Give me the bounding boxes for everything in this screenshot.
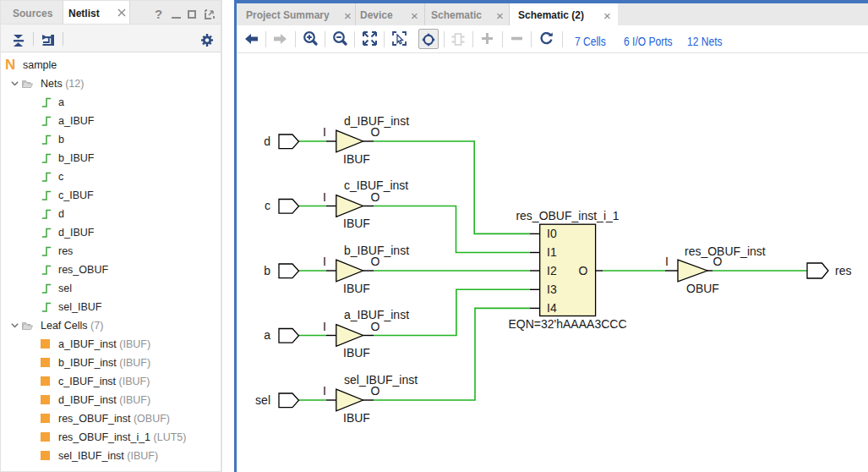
svg-text:I1: I1 <box>547 245 557 259</box>
svg-text:IBUF: IBUF <box>343 217 370 230</box>
svg-text:I: I <box>323 125 326 139</box>
svg-text:IBUF: IBUF <box>343 152 370 166</box>
svg-text:OBUF: OBUF <box>686 282 719 295</box>
svg-text:I0: I0 <box>547 227 557 240</box>
svg-text:sel_IBUF_inst: sel_IBUF_inst <box>344 373 418 387</box>
svg-text:b: b <box>264 264 270 277</box>
svg-text:EQN=32'hAAAA3CCC: EQN=32'hAAAA3CCC <box>508 317 626 331</box>
svg-text:I: I <box>665 255 669 268</box>
svg-text:I: I <box>323 255 326 268</box>
svg-text:IBUF: IBUF <box>343 282 370 295</box>
svg-text:a: a <box>264 328 270 342</box>
svg-text:O: O <box>579 264 588 277</box>
svg-text:IBUF: IBUF <box>343 346 370 359</box>
svg-text:I: I <box>323 320 326 333</box>
svg-text:sel: sel <box>255 393 270 407</box>
svg-text:O: O <box>371 125 380 139</box>
svg-text:c: c <box>265 199 270 212</box>
svg-text:IBUF: IBUF <box>343 411 370 425</box>
svg-text:res: res <box>835 264 851 277</box>
svg-text:I3: I3 <box>547 283 557 296</box>
svg-text:O: O <box>713 255 723 268</box>
svg-text:O: O <box>371 384 380 398</box>
svg-text:I2: I2 <box>547 264 557 277</box>
svg-text:O: O <box>371 255 380 268</box>
svg-text:I: I <box>323 190 326 204</box>
svg-text:I: I <box>323 384 326 398</box>
svg-text:O: O <box>371 190 380 204</box>
svg-text:d: d <box>264 134 270 148</box>
svg-text:O: O <box>371 320 380 333</box>
svg-text:res_OBUF_inst: res_OBUF_inst <box>685 244 766 258</box>
svg-text:res_OBUF_inst_i_1: res_OBUF_inst_i_1 <box>516 209 619 222</box>
svg-text:I4: I4 <box>547 301 557 315</box>
